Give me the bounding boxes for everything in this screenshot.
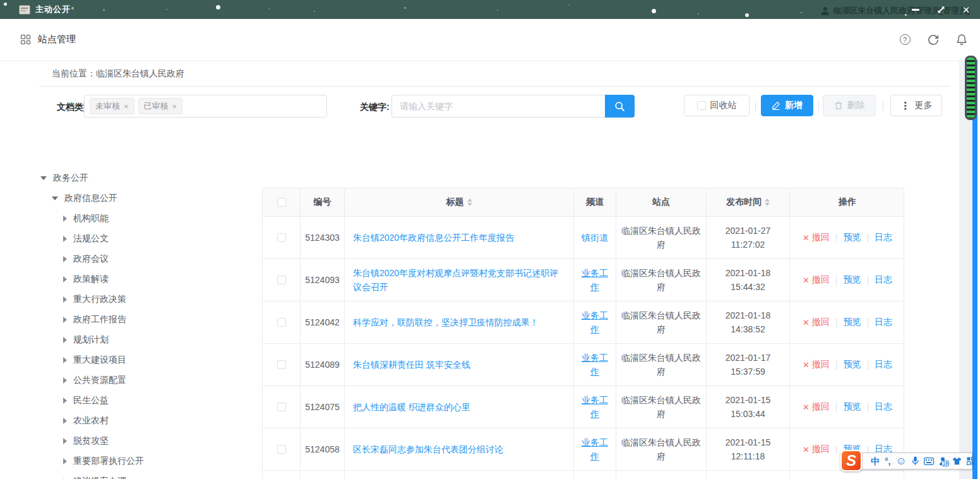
- close-button[interactable]: ✕: [961, 4, 971, 15]
- log-link[interactable]: 日志: [875, 401, 892, 413]
- caret-right-icon: [63, 438, 67, 444]
- sort-icon[interactable]: [765, 198, 770, 206]
- tree-item-zhengwugongkai[interactable]: 政务公开: [38, 168, 253, 188]
- log-link[interactable]: 日志: [875, 317, 892, 328]
- search-button[interactable]: [605, 95, 635, 118]
- x-icon: ✕: [803, 276, 810, 285]
- page-header: 站点管理 ?: [0, 19, 980, 60]
- vertical-scrollbar[interactable]: [972, 60, 977, 479]
- tree-item-guihuajihua[interactable]: 规划计划: [38, 330, 253, 350]
- toolbox-grid-icon[interactable]: [967, 457, 975, 465]
- log-link[interactable]: 日志: [875, 359, 892, 370]
- row-channel-link[interactable]: 业务工作: [579, 266, 611, 294]
- tree-item-label: 公共资源配置: [73, 375, 126, 386]
- emoji-icon[interactable]: ☺: [896, 456, 907, 466]
- skin-shirt-icon[interactable]: [952, 457, 962, 465]
- tree-item-label: 规划计划: [73, 334, 109, 346]
- row-title-link[interactable]: 把人性的温暖 织进群众的心里: [353, 400, 470, 414]
- sogou-logo-icon[interactable]: S: [840, 450, 862, 471]
- preview-link[interactable]: 预览: [843, 274, 861, 286]
- preview-link[interactable]: 预览: [843, 317, 861, 328]
- page-title: 站点管理: [38, 33, 76, 45]
- row-time: 2021-01-15 12:11:18: [707, 428, 790, 471]
- add-button[interactable]: 新增: [761, 95, 813, 116]
- tree-item-minshenggongyi[interactable]: 民生公益: [38, 391, 253, 411]
- tag-unreviewed-label: 未审核: [95, 100, 120, 112]
- tag-close-icon[interactable]: ×: [124, 102, 129, 111]
- minimize-button[interactable]: [911, 4, 921, 15]
- withdraw-link[interactable]: ✕撤回: [803, 274, 830, 286]
- tree-item-faguigongwen[interactable]: 法规公文: [38, 229, 253, 249]
- row-checkbox[interactable]: [277, 318, 286, 327]
- row-title-link[interactable]: 区长宋磊同志参加朱台代表团分组讨论: [353, 442, 503, 456]
- row-channel-link[interactable]: 业务工作: [579, 308, 611, 337]
- log-link[interactable]: 日志: [875, 274, 892, 286]
- scrollbar-thumb-striped[interactable]: [965, 56, 977, 120]
- notifications-button[interactable]: [956, 34, 967, 45]
- tree-item-ziyuanpeizhi[interactable]: 公共资源配置: [38, 370, 253, 391]
- row-title-link[interactable]: 朱台镇深耕责任田 筑牢安全线: [353, 358, 470, 372]
- microphone-icon[interactable]: [912, 456, 919, 466]
- column-channel: 频道: [574, 188, 616, 217]
- withdraw-link[interactable]: ✕撤回: [803, 317, 830, 328]
- select-all-checkbox[interactable]: [277, 198, 286, 207]
- tree-item-jianyitian[interactable]: 建议提案办理: [38, 471, 253, 479]
- withdraw-link[interactable]: ✕撤回: [803, 232, 830, 243]
- tree-item-zhengcejiedu[interactable]: 政策解读: [38, 269, 253, 289]
- refresh-button[interactable]: [928, 34, 939, 45]
- tree-item-jigouzhineng[interactable]: 机构职能: [38, 209, 253, 229]
- row-checkbox[interactable]: [277, 360, 286, 369]
- ime-language-mode[interactable]: 中: [871, 457, 880, 466]
- x-icon: ✕: [803, 360, 810, 370]
- delete-button[interactable]: 删除: [823, 95, 876, 116]
- sort-icon[interactable]: [467, 198, 472, 206]
- row-site: 临淄区朱台镇人民政府: [616, 428, 707, 471]
- row-checkbox[interactable]: [277, 233, 286, 242]
- row-channel-link[interactable]: 业务工作: [579, 393, 611, 421]
- tree-item-gongzuobaogao[interactable]: 政府工作报告: [38, 310, 253, 330]
- recycle-bin-button[interactable]: 回收站: [684, 95, 750, 116]
- row-checkbox[interactable]: [277, 276, 286, 284]
- row-channel-link[interactable]: 业务工作: [579, 435, 611, 464]
- keyword-input[interactable]: [391, 95, 605, 118]
- minimize-icon: [912, 9, 919, 11]
- more-button[interactable]: ⋮ 更多: [890, 95, 942, 116]
- row-title-link[interactable]: 朱台镇2020年度对村观摩点评暨村党支部书记述职评议会召开: [353, 266, 565, 294]
- tag-close-icon[interactable]: ×: [172, 102, 177, 111]
- tree-item-label: 脱贫攻坚: [73, 435, 109, 447]
- row-title-link[interactable]: 朱台镇2020年政府信息公开工作年度报告: [353, 231, 514, 245]
- refresh-icon: [928, 34, 939, 45]
- tree-item-zhengfuhuiyi[interactable]: 政府会议: [38, 249, 253, 269]
- grid-menu-icon[interactable]: [21, 35, 30, 44]
- row-site: 临淄区朱台镇人民政府: [616, 386, 707, 428]
- edit-pen-icon: [772, 101, 780, 110]
- row-checkbox[interactable]: [277, 403, 286, 411]
- tree-item-xinxigongkai[interactable]: 政府信息公开: [38, 188, 253, 209]
- preview-link[interactable]: 预览: [843, 401, 861, 413]
- tree-item-label: 政府工作报告: [73, 314, 126, 325]
- tree-item-nongyenongcun[interactable]: 农业农村: [38, 411, 253, 431]
- row-checkbox[interactable]: [277, 445, 286, 454]
- row-channel-link[interactable]: 镇街道: [582, 231, 608, 245]
- row-channel-link[interactable]: 业务工作: [579, 351, 611, 379]
- ime-punctuation-icon[interactable]: °,: [885, 457, 891, 466]
- withdraw-link[interactable]: ✕撤回: [803, 444, 830, 455]
- search-icon: [614, 101, 625, 112]
- recycle-bin-checkbox[interactable]: [697, 101, 706, 110]
- caret-right-icon: [63, 357, 67, 363]
- log-link[interactable]: 日志: [875, 232, 892, 243]
- tree-item-tuopingongjian[interactable]: 脱贫攻坚: [38, 431, 253, 451]
- tree-item-bushuzhixing[interactable]: 重要部署执行公开: [38, 451, 253, 471]
- row-title-link[interactable]: 科学应对，联防联控，坚决捍卫疫情防控成果！: [353, 315, 539, 329]
- tree-item-jianshexiangmu[interactable]: 重大建设项目: [38, 350, 253, 370]
- withdraw-link[interactable]: ✕撤回: [803, 359, 830, 370]
- user-login-icon[interactable]: 19: [939, 457, 947, 466]
- maximize-button[interactable]: [936, 4, 946, 15]
- help-button[interactable]: ?: [899, 34, 911, 45]
- tree-item-zhongdaxingzhengjuece[interactable]: 重大行政决策: [38, 289, 253, 310]
- preview-link[interactable]: 预览: [843, 359, 861, 370]
- withdraw-link[interactable]: ✕撤回: [803, 401, 830, 413]
- soft-keyboard-icon[interactable]: [924, 458, 934, 465]
- doc-type-select[interactable]: 未审核 × 已审核 ×: [84, 95, 327, 118]
- preview-link[interactable]: 预览: [843, 232, 861, 243]
